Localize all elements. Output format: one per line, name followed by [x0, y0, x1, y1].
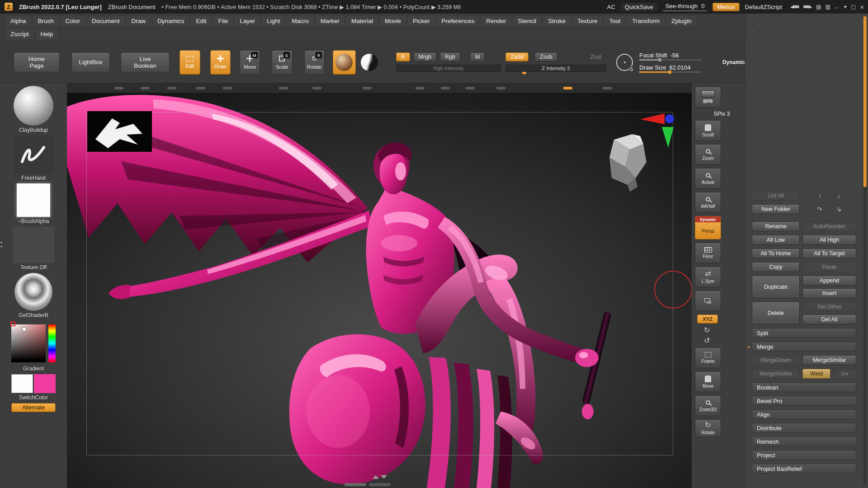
live-boolean-button[interactable]: Live Boolean [121, 52, 170, 72]
autoreorder-button[interactable]: AutoReorder [802, 221, 856, 231]
delete-button[interactable]: Delete [752, 302, 800, 324]
menu-item-draw[interactable]: Draw [127, 16, 151, 26]
z-intensity-thumb[interactable] [522, 72, 526, 74]
draw-size-slider[interactable]: Draw Size 62.0104 [639, 64, 702, 73]
menu-item-alpha[interactable]: Alpha [5, 16, 31, 26]
menu-item-zplugin[interactable]: Zplugin [666, 16, 696, 26]
edit-mode-button[interactable]: Edit [179, 50, 200, 75]
bpr-render-button[interactable]: BPR [695, 87, 721, 108]
current-material-button[interactable] [333, 50, 356, 75]
perspective-button[interactable]: Dynamic Persp [695, 216, 721, 239]
move-mode-button[interactable]: M Move [240, 50, 260, 75]
rotate-cw-icon[interactable]: ↻ [704, 327, 710, 334]
dynamic-mode-label[interactable]: Dynamic [722, 59, 745, 66]
merge-section-button[interactable]: ● Merge [752, 342, 856, 352]
all-high-button[interactable]: All High [802, 235, 856, 245]
close-icon[interactable]: × [860, 4, 863, 10]
canvas-hscroll-thumb[interactable] [344, 483, 366, 486]
project-section-button[interactable]: Project [752, 450, 856, 460]
menu-item-preferences[interactable]: Preferences [437, 16, 480, 26]
local-symmetry-button[interactable]: ⇄ L.Sym [695, 267, 721, 287]
menu-item-render[interactable]: Render [481, 16, 511, 26]
rotate-ccw-icon[interactable]: ↺ [704, 337, 710, 344]
color-picker[interactable]: Gradient [11, 321, 56, 372]
del-all-button[interactable]: Del All [802, 314, 856, 324]
floor-grid-button[interactable]: Floor [695, 243, 721, 263]
list-all-button[interactable]: List All [752, 191, 800, 201]
dock-right-icon[interactable]: ▮▮▮▮▸ [803, 4, 812, 9]
menu-item-dynamics[interactable]: Dynamics [152, 16, 189, 26]
zoom3d-button[interactable]: Zoom3D [695, 395, 721, 416]
subtool-up-icon[interactable]: ↑ [818, 192, 821, 199]
zadd-toggle[interactable]: Zadd [505, 52, 528, 61]
current-material-tray-button[interactable]: GelShaderB [14, 273, 52, 319]
zcut-toggle[interactable]: Zcut [585, 52, 606, 61]
zoom-button[interactable]: Zoom [695, 144, 721, 165]
quicksave-button[interactable]: QuickSave [621, 3, 657, 11]
document-icon[interactable]: ▥ [826, 4, 830, 9]
lightbox-button[interactable]: LightBox [71, 52, 110, 72]
menu-item-transform[interactable]: Transform [627, 16, 665, 26]
doc-divider-ticks[interactable] [67, 83, 692, 93]
distribute-section-button[interactable]: Distribute [752, 423, 856, 433]
zsub-toggle[interactable]: Zsub [535, 52, 557, 61]
menus-button[interactable]: Menus [712, 3, 739, 11]
copy-button[interactable]: Copy [752, 262, 800, 272]
menu-item-stencil[interactable]: Stencil [513, 16, 542, 26]
scroll-button[interactable]: Scroll [695, 120, 721, 141]
menu-item-help[interactable]: Help [36, 29, 58, 39]
home-page-button[interactable]: Home Page [14, 52, 60, 72]
color-selector-handle[interactable] [22, 327, 26, 331]
all-to-home-button[interactable]: All To Home [752, 249, 800, 258]
a-toggle[interactable]: A [396, 52, 410, 61]
uv-toggle[interactable]: Uv [833, 369, 856, 379]
bevel-pro-section-button[interactable]: Bevel Pro [752, 396, 856, 406]
draw-mode-button[interactable]: Draw [210, 50, 231, 75]
dock-left-icon[interactable]: ◂▮▮▮▮ [790, 4, 799, 9]
menu-item-macro[interactable]: Macro [287, 16, 314, 26]
merge-visible-button[interactable]: MergeVisible [752, 369, 800, 379]
menu-item-document[interactable]: Document [87, 16, 125, 26]
current-alpha-button[interactable]: ~BrushAlpha [17, 183, 50, 225]
alternate-button[interactable]: Alternate [11, 403, 56, 412]
boolean-section-button[interactable]: Boolean [752, 382, 856, 392]
aahalf-button[interactable]: AAHalf [695, 192, 721, 213]
subtool-list-area[interactable] [745, 16, 868, 191]
append-button[interactable]: Append [802, 276, 856, 286]
xyz-symmetry-button[interactable]: XYZ [697, 314, 718, 324]
secondary-color-swatch[interactable] [34, 374, 56, 393]
menu-item-movie[interactable]: Movie [380, 16, 406, 26]
color-picker-area[interactable] [11, 323, 56, 364]
transparency-button[interactable] [695, 291, 721, 311]
current-brush-button[interactable]: ClayBuildup [14, 86, 53, 133]
all-to-target-button[interactable]: All To Target [802, 249, 856, 258]
restore-window-icon[interactable]: ▢ [851, 4, 855, 9]
minimize-icon[interactable]: ▾ [844, 4, 846, 9]
menu-item-zscript[interactable]: Zscript [5, 29, 34, 39]
menu-item-color[interactable]: Color [61, 16, 85, 26]
document-edit-icon[interactable]: ▤ [816, 4, 821, 9]
duplicate-button[interactable]: Duplicate [752, 276, 800, 298]
menu-item-picker[interactable]: Picker [408, 16, 435, 26]
document-canvas[interactable] [67, 93, 692, 488]
mrgb-toggle[interactable]: Mrgb [414, 52, 436, 61]
current-stroke-button[interactable]: FreeHand [14, 136, 53, 181]
menu-item-layer[interactable]: Layer [235, 16, 260, 26]
move-canvas-button[interactable]: Move [695, 371, 721, 392]
z-intensity-slider[interactable]: Z Intensity 2 [505, 65, 606, 72]
actual-size-button[interactable]: Actual [695, 168, 721, 189]
current-texture-button[interactable]: Texture Off [13, 227, 54, 271]
paste-button[interactable]: Paste [802, 262, 856, 272]
menu-item-stroke[interactable]: Stroke [543, 16, 571, 26]
spix-slider[interactable]: SPix 3 [713, 111, 730, 117]
weld-toggle[interactable]: Weld [802, 369, 830, 379]
all-low-button[interactable]: All Low [752, 235, 800, 245]
rename-button[interactable]: Rename [752, 221, 800, 231]
rgb-toggle[interactable]: Rgb [440, 52, 460, 61]
m-toggle[interactable]: M [470, 52, 485, 61]
menu-item-light[interactable]: Light [262, 16, 285, 26]
subtool-down-icon[interactable]: ↓ [837, 192, 840, 199]
focal-shift-slider[interactable]: Focal Shift -56 [639, 52, 702, 61]
flat-color-material-button[interactable] [358, 50, 381, 75]
rgb-intensity-slider[interactable]: Rgb Intensity [396, 65, 501, 72]
